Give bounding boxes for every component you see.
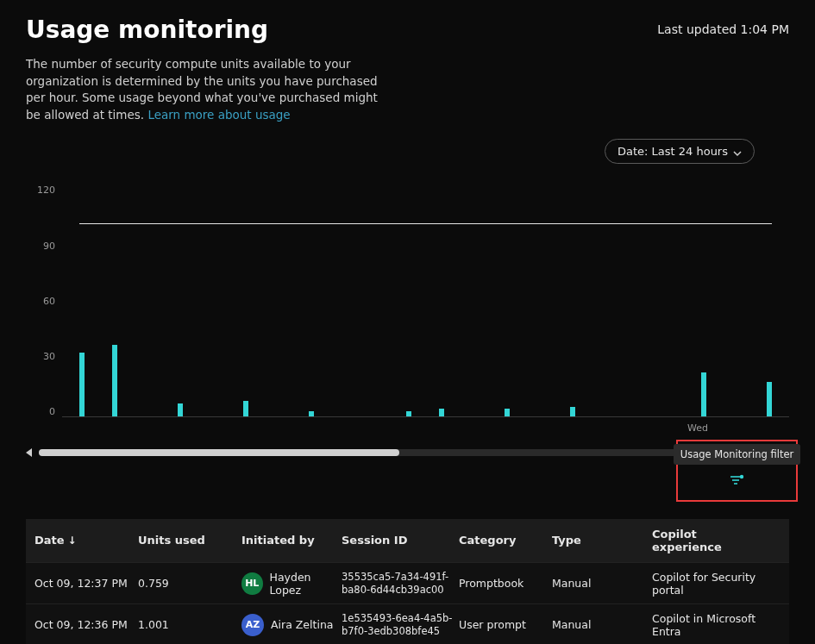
usage-chart: 1209060300 Wed <box>26 184 789 443</box>
col-units[interactable]: Units used <box>138 534 241 547</box>
date-range-label: Date: Last 24 hours <box>618 145 728 158</box>
table-row[interactable]: Oct 09, 12:36 PM1.001AZAira Zeltina1e535… <box>26 603 789 644</box>
chart-bar[interactable] <box>570 407 575 416</box>
col-initiated[interactable]: Initiated by <box>241 534 342 547</box>
chart-bar[interactable] <box>767 382 772 417</box>
chart-x-label: Wed <box>687 422 708 434</box>
filter-callout-box: Usage Monitoring filter <box>676 440 798 502</box>
chart-bar[interactable] <box>406 411 411 417</box>
date-range-filter[interactable]: Date: Last 24 hours <box>605 139 755 164</box>
chart-y-axis: 1209060300 <box>26 184 55 417</box>
cell-date: Oct 09, 12:37 PM <box>34 577 138 590</box>
description-text: The number of security compute units ava… <box>0 44 414 123</box>
chart-x-axis: Wed <box>62 422 789 436</box>
col-session[interactable]: Session ID <box>342 534 459 547</box>
chart-bar[interactable] <box>309 411 314 417</box>
cell-initiated: AZAira Zeltina <box>241 614 342 636</box>
chart-bar[interactable] <box>505 409 510 416</box>
cell-type: Manual <box>552 618 652 631</box>
chart-plot-area <box>62 184 789 417</box>
col-category[interactable]: Category <box>459 534 552 547</box>
cell-date: Oct 09, 12:36 PM <box>34 618 138 631</box>
filter-button[interactable] <box>730 473 745 490</box>
chart-bar[interactable] <box>701 372 706 417</box>
chart-bar[interactable] <box>178 403 183 417</box>
chart-bar[interactable] <box>112 345 117 416</box>
chart-bar[interactable] <box>79 353 85 416</box>
cell-initiated: HLHayden Lopez <box>241 571 342 597</box>
learn-more-link[interactable]: Learn more about usage <box>147 108 290 122</box>
chevron-down-icon <box>733 147 742 156</box>
chart-bar[interactable] <box>439 409 444 416</box>
scroll-left-icon[interactable] <box>26 448 32 457</box>
chart-bar[interactable] <box>243 401 248 416</box>
cell-category: User prompt <box>459 618 552 631</box>
chart-y-tick: 120 <box>26 184 55 196</box>
page-title: Usage monitoring <box>26 16 268 44</box>
filter-tooltip: Usage Monitoring filter <box>674 444 800 465</box>
cell-session: 1e535493-6ea4-4a5b-b7f0-3edb308bfe45 <box>342 612 459 637</box>
col-type[interactable]: Type <box>552 534 652 547</box>
chart-y-tick: 0 <box>26 406 55 417</box>
table-row[interactable]: Oct 09, 12:37 PM0.759HLHayden Lopez35535… <box>26 562 789 603</box>
initiated-name: Aira Zeltina <box>271 618 333 631</box>
scrollbar-thumb[interactable] <box>39 449 399 456</box>
cell-units: 1.001 <box>138 618 241 631</box>
cell-units: 0.759 <box>138 577 241 590</box>
chart-bars <box>79 184 772 416</box>
table-header: Date ↓ Units used Initiated by Session I… <box>26 519 789 562</box>
last-updated-label: Last updated 1:04 PM <box>657 22 789 36</box>
avatar: AZ <box>241 614 264 636</box>
chart-y-tick: 90 <box>26 241 55 252</box>
usage-table: Date ↓ Units used Initiated by Session I… <box>26 519 789 644</box>
cell-session: 35535ca5-7a34-491f-ba80-6d44cb39ac00 <box>342 571 459 596</box>
avatar: HL <box>241 572 263 595</box>
initiated-name: Hayden Lopez <box>270 571 342 597</box>
chart-y-tick: 30 <box>26 351 55 362</box>
chart-y-tick: 60 <box>26 296 55 307</box>
cell-category: Promptbook <box>459 577 552 590</box>
col-date[interactable]: Date ↓ <box>34 534 138 547</box>
sort-down-icon: ↓ <box>68 535 77 547</box>
col-copilot[interactable]: Copilot experience <box>652 528 764 554</box>
cell-copilot: Copilot in Microsoft Entra <box>652 612 764 638</box>
cell-type: Manual <box>552 577 652 590</box>
svg-point-3 <box>739 475 743 478</box>
filter-icon <box>730 474 745 486</box>
cell-copilot: Copilot for Security portal <box>652 571 764 597</box>
